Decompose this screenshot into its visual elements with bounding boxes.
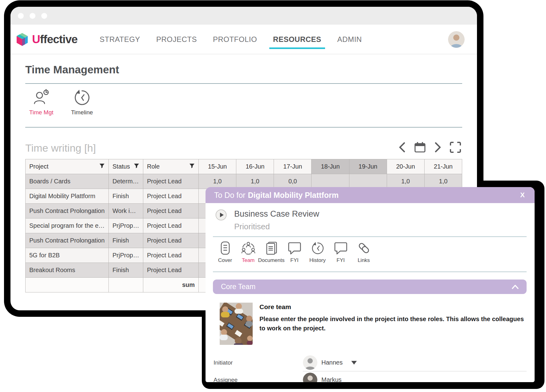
hours-cell[interactable]: 1,0 [387, 174, 424, 189]
modal-title-subject: Digital Mobility Plattform [248, 191, 338, 200]
status-cell: Finish [109, 233, 143, 248]
filter-icon [99, 163, 105, 169]
team-icon [242, 241, 255, 255]
hours-cell[interactable]: 0,0 [274, 174, 312, 189]
user-clock-icon [33, 89, 50, 106]
window-dot[interactable] [30, 13, 35, 19]
history-icon [73, 89, 91, 107]
main-nav: STRATEGYPROJECTSPROTFOLIORESOURCESADMIN [100, 35, 362, 44]
tab-timeline[interactable]: Timeline [67, 89, 97, 116]
tab-time-mgt[interactable]: Time Mgt [26, 89, 56, 116]
filter-icon[interactable] [99, 163, 105, 170]
column-label: Project [29, 163, 48, 170]
close-button[interactable]: X [520, 191, 525, 199]
speech-bubble-icon [334, 241, 348, 256]
chevron-right-icon [434, 142, 441, 153]
toolbar-item-fyi[interactable]: FYI [329, 241, 352, 263]
project-cell[interactable]: Breakout Rooms [26, 263, 109, 278]
app-logo[interactable]: Uffective [15, 32, 77, 47]
core-team-collapse-bar[interactable]: Core Team [213, 280, 527, 294]
project-cell[interactable]: Push Contract Prolongation [26, 204, 109, 218]
project-cell[interactable]: 5G for B2B [26, 248, 109, 263]
play-icon[interactable] [215, 209, 227, 221]
nav-item-admin[interactable]: ADMIN [337, 35, 362, 44]
toolbar-item-history[interactable]: History [306, 241, 329, 263]
toolbar-item-fyi[interactable]: FYI [283, 241, 306, 263]
logo-cube-icon [15, 32, 30, 47]
project-cell[interactable]: Push Contract Prolongation [26, 233, 109, 248]
window-dot[interactable] [41, 13, 47, 19]
column-header-project[interactable]: Project [26, 159, 109, 174]
history-icon [73, 89, 91, 106]
field-label: Initiator [213, 359, 303, 366]
role-fields: InitiatorHannesAssigneeMarkus [213, 354, 527, 382]
project-cell[interactable]: Digital Mobility Plattform [26, 189, 109, 204]
divider [25, 127, 462, 128]
table-controls [399, 142, 462, 154]
field-row-initiator: InitiatorHannes [213, 354, 527, 371]
window-dot[interactable] [18, 13, 24, 19]
field-value-select[interactable]: Markus [303, 371, 527, 382]
core-team-description: Please enter the people involved in the … [259, 314, 527, 333]
person-name: Markus [321, 376, 342, 382]
filter-icon [134, 163, 139, 169]
core-team-photo [220, 303, 253, 345]
filter-icon[interactable] [189, 163, 195, 170]
cover-icon [218, 241, 232, 256]
nav-item-resources[interactable]: RESOURCES [273, 35, 321, 44]
toolbar-item-label: Documents [258, 257, 285, 263]
toolbar-item-cover[interactable]: Cover [214, 241, 237, 263]
column-header-role[interactable]: Role [143, 159, 199, 174]
toolbar-item-label: Cover [218, 257, 232, 263]
project-cell[interactable]: Boards / Cards [26, 174, 109, 189]
filter-icon[interactable] [134, 163, 139, 170]
hours-cell[interactable]: 1,0 [199, 174, 236, 189]
caret-down-icon[interactable] [351, 361, 357, 365]
nav-item-protfolio[interactable]: PROTFOLIO [213, 35, 257, 44]
chevron-left-icon [399, 142, 405, 154]
chevron-up-icon [512, 285, 519, 289]
status-cell: Finish [109, 189, 143, 204]
person-name: Hannes [321, 359, 343, 366]
date-column-header[interactable]: 16-Jun [236, 159, 274, 174]
column-header-status[interactable]: Status [109, 159, 143, 174]
status-cell: Finish [109, 263, 143, 278]
date-column-header[interactable]: 21-Jun [424, 159, 462, 174]
speech-bubble-icon [334, 241, 348, 255]
role-cell: Project Lead [143, 204, 199, 218]
task-title: Business Case Review [234, 209, 319, 219]
next-week-button[interactable] [434, 142, 441, 154]
fullscreen-icon [450, 142, 461, 153]
status-cell: PrjProposal… [109, 218, 143, 233]
date-column-header[interactable]: 15-Jun [199, 159, 236, 174]
user-avatar-image [448, 31, 465, 48]
nav-item-strategy[interactable]: STRATEGY [100, 35, 140, 44]
date-column-header[interactable]: 20-Jun [387, 159, 424, 174]
hours-cell[interactable]: 1,0 [424, 174, 462, 189]
role-cell: Project Lead [143, 248, 199, 263]
hours-cell[interactable]: 1,0 [236, 174, 274, 189]
date-column-header[interactable]: 17-Jun [274, 159, 312, 174]
user-avatar[interactable] [448, 31, 465, 48]
empty-cell [109, 278, 143, 292]
calendar-icon [414, 142, 426, 154]
role-cell: Project Lead [143, 218, 199, 233]
date-column-header[interactable]: 19-Jun [349, 159, 387, 174]
table-row: Boards / CardsDetermine …Project Lead1,0… [26, 174, 462, 189]
toolbar-item-team[interactable]: Team [237, 241, 260, 263]
hours-cell[interactable] [312, 174, 349, 189]
documents-icon [265, 241, 278, 256]
project-cell[interactable]: Special program for the environ… [26, 218, 109, 233]
toolbar-item-links[interactable]: Links [352, 241, 375, 263]
history-icon [311, 241, 324, 256]
fullscreen-button[interactable] [450, 142, 461, 154]
calendar-button[interactable] [414, 142, 426, 154]
previous-week-button[interactable] [399, 142, 405, 154]
hours-cell[interactable] [349, 174, 387, 189]
nav-item-projects[interactable]: PROJECTS [156, 35, 197, 44]
field-value-select[interactable]: Hannes [303, 354, 527, 371]
calendar-icon [414, 142, 426, 153]
date-column-header[interactable]: 18-Jun [312, 159, 349, 174]
task-status: Prioritised [234, 222, 319, 231]
toolbar-item-documents[interactable]: Documents [260, 241, 283, 263]
